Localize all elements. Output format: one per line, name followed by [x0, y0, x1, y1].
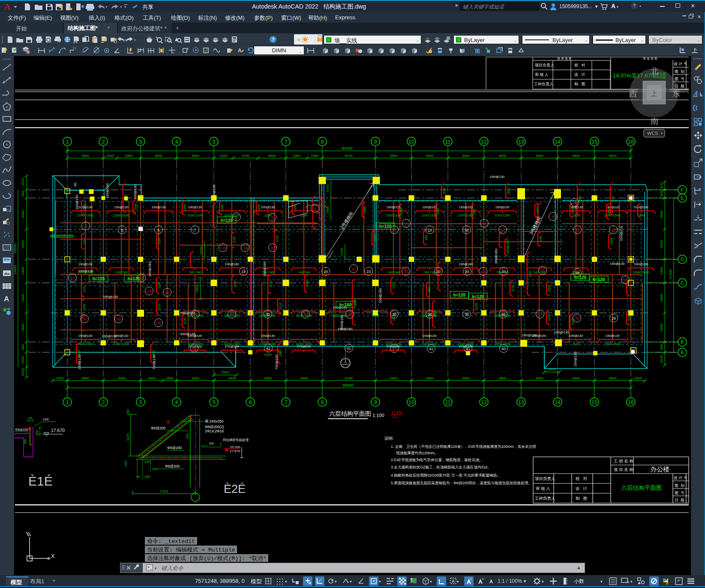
- svg-text:190@130: 190@130: [573, 351, 577, 366]
- svg-text:东: 东: [672, 89, 681, 98]
- svg-text:900: 900: [660, 191, 663, 197]
- svg-text:30: 30: [116, 317, 120, 321]
- svg-text:▾: ▾: [105, 5, 108, 9]
- svg-text:3900: 3900: [426, 376, 434, 380]
- svg-text:坡: 坡: [165, 419, 171, 425]
- svg-text:审 核 人: 审 核 人: [536, 486, 550, 491]
- svg-text:1520: 1520: [660, 355, 663, 363]
- svg-text:4: 4: [314, 207, 316, 211]
- svg-text:Φ8@200: Φ8@200: [167, 446, 182, 450]
- svg-text:项目负责人: 项目负责人: [535, 63, 554, 67]
- svg-text:60000: 60000: [342, 383, 353, 387]
- svg-text:WCS: WCS: [647, 131, 658, 136]
- svg-text:1500: 1500: [311, 154, 319, 158]
- svg-text:工种负责人: 工种负责人: [534, 82, 553, 86]
- svg-text:A: A: [4, 295, 9, 303]
- svg-text:1240: 1240: [363, 207, 367, 214]
- svg-text:1100 1190: 1100 1190: [495, 213, 510, 217]
- svg-text:1050: 1050: [436, 208, 440, 215]
- svg-text:5.屋面现浇板板面无筋区温度钢筋为：Φ6@200双向，温度筋: 5.屋面现浇板板面无筋区温度钢筋为：Φ6@200双向，温度筋与板面负筋按搭接处理…: [391, 481, 532, 485]
- svg-text:3900: 3900: [499, 376, 507, 380]
- svg-text:10: 10: [408, 399, 414, 405]
- svg-text:11: 11: [445, 399, 451, 405]
- svg-text:3300: 3300: [660, 240, 663, 248]
- svg-text:16500: 16500: [14, 243, 17, 253]
- svg-text:41: 41: [266, 346, 270, 351]
- svg-text:Φ6@200: Φ6@200: [151, 426, 166, 430]
- svg-text:100: 100: [126, 409, 130, 415]
- svg-text:17: 17: [70, 276, 75, 280]
- svg-text:740 740: 740 740: [189, 270, 201, 274]
- svg-text:Φ8@200: Φ8@200: [165, 464, 180, 468]
- svg-text:1540: 1540: [571, 207, 575, 214]
- svg-text:3300: 3300: [21, 210, 25, 218]
- svg-text:190@100: 190@100: [422, 205, 436, 209]
- svg-text:2: 2: [102, 139, 105, 145]
- svg-text:1100: 1100: [572, 342, 580, 346]
- svg-text:2400: 2400: [326, 206, 330, 214]
- svg-text:14: 14: [555, 139, 561, 145]
- svg-text:1130: 1130: [373, 234, 377, 241]
- svg-text:小数: 小数: [574, 578, 584, 584]
- svg-text:41: 41: [429, 347, 433, 351]
- svg-text:2Φ14;2Φ16: 2Φ14;2Φ16: [205, 429, 224, 433]
- svg-text:同位焊折负筋处理: 同位焊折负筋处理: [223, 438, 249, 442]
- svg-text:39: 39: [156, 321, 161, 325]
- svg-text:190@1B0: 190@1B0: [148, 261, 152, 277]
- svg-text:图 别: 图 别: [675, 483, 684, 488]
- svg-text:15: 15: [591, 139, 597, 145]
- svg-text:10: 10: [428, 228, 432, 232]
- svg-text:1540: 1540: [507, 188, 510, 195]
- svg-text:3900: 3900: [264, 376, 272, 380]
- svg-text:6: 6: [157, 228, 159, 232]
- svg-text:1500: 1500: [166, 376, 174, 380]
- svg-text:12: 12: [481, 399, 487, 405]
- svg-text:3900: 3900: [572, 154, 580, 158]
- svg-text:4: 4: [573, 201, 576, 205]
- svg-text:C: C: [681, 280, 684, 285]
- svg-text:850: 850: [424, 235, 428, 240]
- svg-text:3900: 3900: [572, 376, 580, 380]
- svg-text:▾: ▾: [600, 579, 603, 584]
- svg-text:3900: 3900: [609, 376, 617, 380]
- svg-text:1800: 1800: [195, 285, 199, 292]
- svg-text:1520: 1520: [56, 376, 64, 380]
- svg-text:5: 5: [213, 399, 216, 405]
- svg-text:▼: ▼: [660, 132, 663, 135]
- svg-text:3900: 3900: [499, 154, 507, 158]
- svg-text:4: 4: [175, 399, 178, 405]
- svg-text:12: 12: [575, 228, 579, 232]
- svg-text:22: 22: [481, 270, 485, 274]
- svg-text:60100: 60100: [342, 146, 352, 150]
- svg-text:▾: ▾: [285, 579, 287, 584]
- svg-text:18: 18: [575, 271, 579, 275]
- svg-text:13: 13: [611, 228, 615, 232]
- svg-text:2: 2: [405, 222, 407, 226]
- svg-text:36: 36: [465, 312, 469, 317]
- svg-text:现浇板厚度均为120mm。: 现浇板厚度均为120mm。: [396, 451, 438, 455]
- svg-text:3900: 3900: [390, 376, 397, 380]
- svg-text:说明:: 说明:: [384, 436, 394, 441]
- svg-text:Y: Y: [26, 531, 30, 537]
- svg-text:2700: 2700: [242, 154, 249, 158]
- svg-text:1130: 1130: [305, 280, 309, 287]
- svg-text:790@120: 790@120: [275, 354, 279, 369]
- svg-text:3900: 3900: [81, 376, 89, 380]
- svg-text:5700: 5700: [345, 376, 353, 380]
- svg-text:100: 100: [43, 417, 49, 421]
- svg-text:2100: 2100: [326, 185, 330, 192]
- svg-text:3900: 3900: [462, 376, 470, 380]
- svg-text:2.E4E号现浇板为电气管井位置，钢筋预留，板砼后浇。: 2.E4E号现浇板为电气管井位置，钢筋预留，板砼后浇。: [391, 458, 483, 462]
- svg-text:2: 2: [102, 399, 105, 405]
- svg-text:2400: 2400: [660, 267, 663, 275]
- svg-text:1120: 1120: [82, 286, 86, 293]
- svg-text:h=120: h=120: [221, 218, 233, 223]
- svg-text:36: 36: [501, 312, 505, 317]
- svg-text:3: 3: [139, 139, 142, 145]
- svg-text:740 740: 740 740: [423, 270, 436, 274]
- svg-text:1130: 1130: [392, 282, 396, 289]
- svg-text:1510: 1510: [279, 303, 282, 310]
- svg-text:六层结构平面图: 六层结构平面图: [621, 485, 662, 491]
- svg-text:3300: 3300: [660, 324, 663, 331]
- svg-text:1520: 1520: [221, 370, 229, 374]
